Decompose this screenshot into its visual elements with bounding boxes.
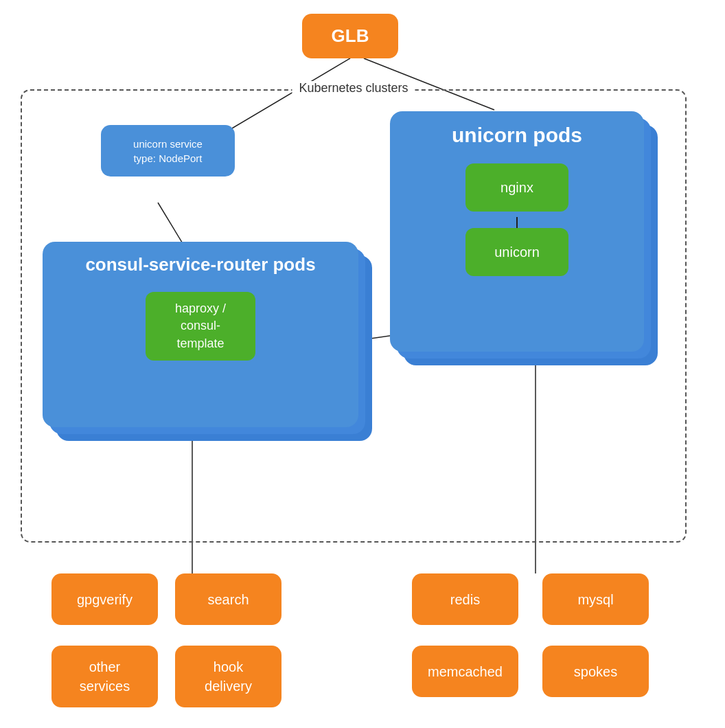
- consul-pods-main: consul-service-router pods haproxy /cons…: [43, 242, 358, 427]
- unicorn-pods-stack: unicorn pods nginx unicorn: [390, 111, 644, 359]
- k8s-cluster: Kubernetes clusters unicorn servicetype:…: [21, 89, 687, 543]
- mysql-box: mysql: [542, 573, 649, 625]
- glb-node: GLB: [302, 14, 398, 58]
- unicorn-service-box: unicorn servicetype: NodePort: [101, 125, 235, 177]
- memcached-box: memcached: [412, 646, 518, 697]
- unicorn-inner-box: unicorn: [465, 228, 568, 276]
- consul-pods-stack: consul-service-router pods haproxy /cons…: [43, 242, 358, 441]
- unicorn-service-label: unicorn servicetype: NodePort: [133, 137, 203, 166]
- gpgverify-box: gpgverify: [51, 573, 158, 625]
- redis-box: redis: [412, 573, 518, 625]
- unicorn-pods-title: unicorn pods: [452, 124, 582, 147]
- nginx-unicorn-connector: [516, 217, 518, 228]
- k8s-label: Kubernetes clusters: [292, 81, 415, 95]
- consul-pods-title: consul-service-router pods: [85, 254, 315, 275]
- search-box: search: [175, 573, 281, 625]
- hook-delivery-box: hookdelivery: [175, 646, 281, 707]
- nginx-box: nginx: [465, 163, 568, 212]
- haproxy-box: haproxy /consul-template: [146, 292, 255, 361]
- diagram-container: GLB Kubernetes clusters unicorn servicet…: [0, 0, 725, 728]
- unicorn-pods-main: unicorn pods nginx unicorn: [390, 111, 644, 352]
- other-services-box: otherservices: [51, 646, 158, 707]
- spokes-box: spokes: [542, 646, 649, 697]
- glb-label: GLB: [332, 25, 369, 47]
